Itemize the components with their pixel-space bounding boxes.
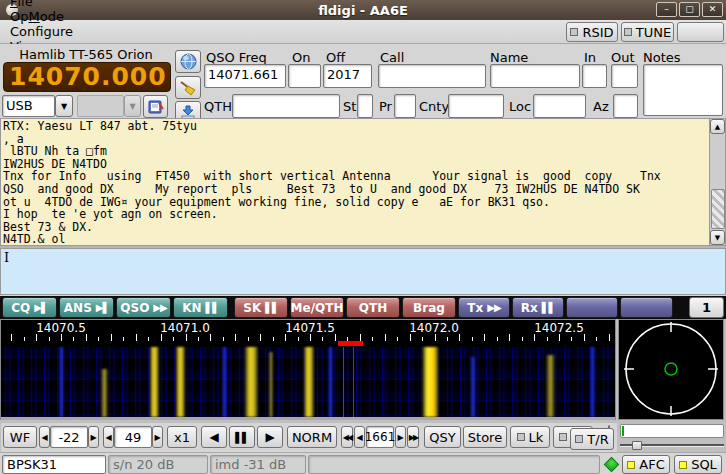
az-input[interactable] <box>613 94 638 118</box>
scroll-up-icon[interactable]: ▲ <box>710 119 725 134</box>
lock-button[interactable]: Lk <box>510 426 550 448</box>
rst-in-input[interactable] <box>582 64 607 88</box>
window-title: fldigi - AA6E <box>0 3 726 18</box>
qso-freq-input[interactable]: 14071.661 <box>204 64 286 88</box>
qth-input[interactable] <box>232 94 340 118</box>
in-label: In <box>584 50 596 65</box>
audio-freq-value[interactable]: 1661 <box>366 426 394 448</box>
scale-tick <box>509 334 510 341</box>
lo-increment-icon[interactable]: ▶ <box>88 426 99 448</box>
macro-set-button[interactable]: 1 <box>689 297 724 318</box>
macro-button-sk[interactable]: SK▌▌ <box>234 297 288 318</box>
macro-button-qth[interactable]: QTH <box>346 297 400 318</box>
qrz-lookup-button[interactable] <box>175 50 201 73</box>
bandwidth-marker <box>338 341 363 346</box>
qsy-button[interactable]: QSY <box>424 426 461 448</box>
afc-label: AFC <box>639 457 664 472</box>
zoom-button[interactable]: x1 <box>167 426 197 448</box>
waterfall-display[interactable] <box>1 347 615 417</box>
macro-button-me-qth[interactable]: Me/QTH <box>290 297 344 318</box>
norm-button[interactable]: NORM <box>287 426 337 448</box>
scroll-down-icon[interactable]: ▼ <box>710 230 725 245</box>
macro-glyph-icon: ▌▌ <box>205 302 218 313</box>
time-off-input[interactable]: 2017 <box>323 64 372 88</box>
waterfall-panel: 14070.514071.014071.514072.014072.5 WF ◀… <box>0 319 616 420</box>
scroll-right-icon[interactable]: ▶ <box>257 426 283 448</box>
macro-button-brag[interactable]: Brag <box>402 297 456 318</box>
menu-item-file[interactable]: File <box>0 0 86 9</box>
name-input[interactable] <box>490 64 580 88</box>
pr-input[interactable] <box>394 94 416 118</box>
logbook-button[interactable] <box>143 95 168 118</box>
reverse-indicator <box>559 433 567 441</box>
rx-scrollbar[interactable]: ▲ ▼ <box>709 119 725 245</box>
transmit-text-area[interactable]: I <box>0 248 726 295</box>
afc-button[interactable]: AFC <box>622 455 670 474</box>
waterfall-bottom-strip <box>1 417 615 420</box>
scale-tick <box>360 334 361 341</box>
rx-line: I hop te 'e yot agn on screen. <box>3 208 707 221</box>
macro-button-blank[interactable] <box>566 297 618 318</box>
rsid-indicator <box>570 28 578 36</box>
waterfall-signal <box>328 347 333 417</box>
sql-button[interactable]: SQL <box>674 455 722 474</box>
mode-combo-arrow-icon[interactable]: ▼ <box>55 95 73 117</box>
rig-frequency-display[interactable]: 14070.000 <box>3 62 171 92</box>
macro-button-cq[interactable]: CQ▶▌ <box>2 297 57 318</box>
scale-tick <box>11 334 12 341</box>
lo-decrement-icon[interactable]: ◀ <box>39 426 50 448</box>
lo-value[interactable]: -22 <box>50 426 88 448</box>
macro-button-kn[interactable]: KN▌▌ <box>173 297 228 318</box>
rst-out-input[interactable] <box>611 64 638 88</box>
scale-label: 14072.0 <box>409 321 459 335</box>
store-button[interactable]: Store <box>463 426 507 448</box>
freq-coarse-up-icon[interactable]: ▶▶ <box>407 426 419 448</box>
scale-tick <box>36 334 37 341</box>
pause-icon[interactable]: ▌▌ <box>229 426 255 448</box>
scale-tick <box>186 334 187 341</box>
range-value[interactable]: 49 <box>114 426 152 448</box>
freq-coarse-down-icon[interactable]: ◀◀ <box>341 426 353 448</box>
mode-status[interactable]: BPSK31 <box>2 455 106 474</box>
macro-glyph-icon: ▶▌ <box>34 302 47 313</box>
tune-button[interactable]: TUNE <box>621 22 674 42</box>
rsid-button[interactable]: RSID <box>566 22 618 42</box>
mode-combo-value[interactable]: USB <box>2 95 55 117</box>
loc-input[interactable] <box>533 94 586 118</box>
tune-indicator <box>624 28 632 36</box>
qth-label: QTH <box>204 99 232 114</box>
waterfall-scale: 14070.514071.014071.514072.014072.5 <box>1 320 615 341</box>
clear-fields-button[interactable] <box>175 76 201 99</box>
waterfall-signal <box>222 347 227 417</box>
wf-toggle-button[interactable]: WF <box>3 426 37 448</box>
tune-label: TUNE <box>636 25 671 40</box>
macro-button-rx[interactable]: Rx▌▌ <box>512 297 564 318</box>
macro-button-ans[interactable]: ANS▶▌ <box>59 297 114 318</box>
macro-button-tx[interactable]: Tx▶▶ <box>458 297 510 318</box>
call-input[interactable] <box>378 64 486 88</box>
maximize-button[interactable]: ▢ <box>679 2 700 17</box>
scale-tick <box>285 334 286 341</box>
close-button[interactable]: ✕ <box>702 2 723 17</box>
macro-button-blank[interactable] <box>620 297 673 318</box>
receive-text-area[interactable]: RTX: Yaesu LT 847 abt. 75tyu, a lBTU Nh … <box>0 118 726 246</box>
st-label: St <box>343 99 356 114</box>
rx-scrollbar-thumb[interactable] <box>711 189 725 229</box>
slider-thumb[interactable] <box>632 441 642 450</box>
txrx-button[interactable]: T/R <box>570 428 614 450</box>
squelch-slider[interactable] <box>620 441 724 450</box>
notes-input[interactable] <box>643 64 723 116</box>
st-input[interactable] <box>357 94 373 118</box>
scroll-left-icon[interactable]: ◀ <box>201 426 227 448</box>
cnty-input[interactable] <box>448 94 504 118</box>
time-on-input[interactable] <box>288 64 321 88</box>
minimize-button[interactable]: – <box>656 2 677 17</box>
menu-item-configure[interactable]: Configure <box>0 24 86 39</box>
sql-indicator <box>679 461 687 469</box>
macro-button-qso[interactable]: QSO▶▶ <box>116 297 171 318</box>
freq-down-icon[interactable]: ◀ <box>354 426 365 448</box>
menu-item-op-mode[interactable]: Op Mode <box>0 9 86 24</box>
range-decrement-icon[interactable]: ◀ <box>103 426 114 448</box>
range-increment-icon[interactable]: ▶ <box>152 426 163 448</box>
freq-up-icon[interactable]: ▶ <box>395 426 406 448</box>
